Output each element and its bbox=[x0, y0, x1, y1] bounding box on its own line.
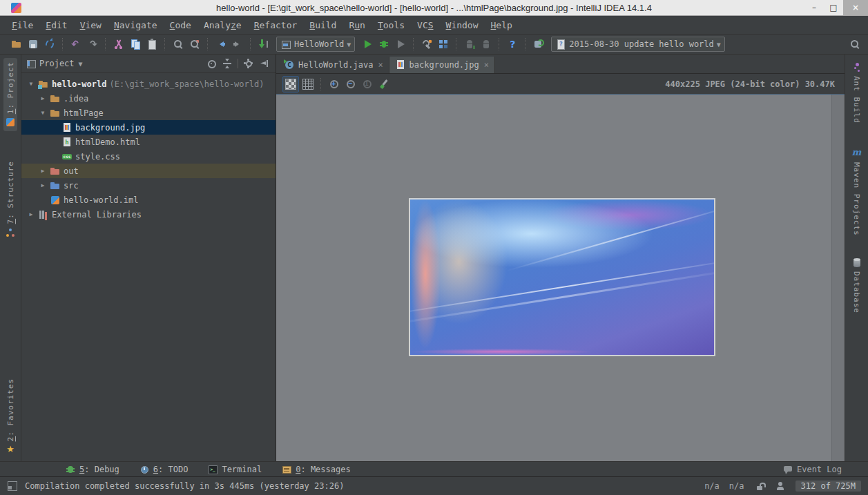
cut-button[interactable] bbox=[111, 37, 126, 52]
menu-refactor[interactable]: Refactor bbox=[248, 18, 304, 32]
tree-label: .idea bbox=[64, 94, 88, 104]
tab-helloworld-java[interactable]: HelloWorld.java× bbox=[278, 57, 389, 73]
locate-file-icon[interactable] bbox=[206, 58, 217, 69]
close-button[interactable]: × bbox=[843, 0, 868, 15]
tree-item-background-jpg[interactable]: background.jpg bbox=[21, 120, 276, 135]
debug-button[interactable] bbox=[376, 37, 392, 52]
close-icon[interactable]: × bbox=[378, 60, 383, 70]
menu-build[interactable]: Build bbox=[303, 18, 343, 32]
tool-button-6-todo[interactable]: 6: TODO bbox=[139, 464, 189, 475]
maximize-button[interactable]: □ bbox=[824, 0, 843, 15]
tool-button-5-debug[interactable]: 5: Debug bbox=[65, 464, 119, 475]
project-panel-title[interactable]: Project bbox=[39, 59, 75, 68]
sync-button[interactable] bbox=[42, 37, 57, 52]
copy-button[interactable] bbox=[128, 37, 143, 52]
menu-edit[interactable]: Edit bbox=[39, 18, 73, 32]
tree-item-hello-world[interactable]: ▼hello-world (E:\git_work_space\hello-wo… bbox=[21, 77, 276, 91]
collapsed-arrow-icon[interactable]: ▶ bbox=[27, 211, 35, 217]
android-button[interactable] bbox=[479, 37, 494, 52]
tree-item-idea[interactable]: ▶.idea bbox=[21, 91, 276, 106]
menu-label: VCS bbox=[417, 20, 433, 30]
tree-item-htmldemo-html[interactable]: htmlDemo.html bbox=[21, 135, 276, 149]
collapse-all-icon[interactable] bbox=[222, 58, 233, 69]
zoom-in-button[interactable] bbox=[327, 77, 342, 92]
menu-vcs[interactable]: VCS bbox=[411, 18, 439, 32]
collapsed-arrow-icon[interactable]: ▶ bbox=[39, 95, 47, 101]
search-everywhere-button[interactable] bbox=[847, 37, 862, 52]
run-button[interactable] bbox=[360, 37, 375, 52]
grid-button[interactable] bbox=[300, 77, 316, 92]
tool-button-1-project[interactable]: 1: Project bbox=[3, 58, 17, 131]
help-button[interactable] bbox=[505, 37, 520, 52]
coverage-button[interactable] bbox=[393, 37, 408, 52]
tree-item-hello-world-iml[interactable]: hello-world.iml bbox=[21, 193, 276, 207]
redo-button[interactable] bbox=[85, 37, 100, 52]
chevron-down-icon[interactable]: ▼ bbox=[79, 60, 83, 68]
chessboard-icon bbox=[285, 79, 296, 90]
tool-button-0-messages[interactable]: 0: Messages bbox=[281, 464, 350, 475]
close-icon[interactable]: × bbox=[484, 60, 489, 70]
tree-item-src[interactable]: ▶src bbox=[21, 178, 276, 193]
memory-indicator[interactable]: 312 of 725M bbox=[795, 481, 861, 492]
save-button[interactable] bbox=[26, 37, 41, 52]
save-sync-button[interactable] bbox=[531, 37, 546, 52]
menu-window[interactable]: Window bbox=[440, 18, 485, 32]
settings-button[interactable] bbox=[419, 37, 434, 52]
back-button[interactable] bbox=[213, 37, 229, 52]
expanded-arrow-icon[interactable]: ▼ bbox=[39, 110, 47, 116]
event-log-button[interactable]: Event Log bbox=[782, 464, 868, 475]
color-picker-button[interactable] bbox=[376, 77, 392, 92]
hide-panel-icon[interactable] bbox=[259, 58, 270, 69]
menu-analyze[interactable]: Analyze bbox=[197, 18, 248, 32]
zoom-out-button[interactable] bbox=[343, 77, 358, 92]
tool-button-7-structure[interactable]: 7: Structure bbox=[3, 157, 17, 241]
menu-label: File bbox=[12, 20, 33, 30]
menu-file[interactable]: File bbox=[6, 18, 39, 32]
tree-label: background.jpg bbox=[75, 123, 145, 133]
tool-button-maven-projects[interactable]: Maven Projects bbox=[850, 145, 864, 240]
menu-help[interactable]: Help bbox=[485, 18, 519, 32]
module-badge-icon bbox=[38, 85, 42, 89]
menu-label: Run bbox=[349, 20, 365, 30]
android-sync-button[interactable] bbox=[462, 37, 477, 52]
tree-item-out[interactable]: ▶out bbox=[21, 164, 276, 178]
find-button[interactable] bbox=[171, 37, 186, 52]
menu-tools[interactable]: Tools bbox=[372, 18, 411, 32]
replace-button[interactable] bbox=[187, 37, 202, 52]
tree-item-style-css[interactable]: style.css bbox=[21, 149, 276, 164]
run-configuration-combo[interactable]: HelloWorld▼ bbox=[276, 37, 355, 52]
menu-navigate[interactable]: Navigate bbox=[108, 18, 164, 32]
expanded-arrow-icon[interactable]: ▼ bbox=[27, 81, 35, 87]
menu-run[interactable]: Run bbox=[343, 18, 371, 32]
toggle-toolwindows-icon[interactable] bbox=[7, 481, 18, 492]
vcs-message-combo[interactable]: 2015-08-30 update hello world▼ bbox=[551, 37, 725, 52]
collapsed-arrow-icon[interactable]: ▶ bbox=[39, 168, 47, 174]
chessboard-button[interactable] bbox=[282, 76, 299, 93]
gear-icon[interactable] bbox=[243, 58, 254, 69]
menu-code[interactable]: Code bbox=[164, 18, 197, 32]
undo-button[interactable] bbox=[68, 37, 84, 52]
tool-button-database[interactable]: Database bbox=[850, 254, 864, 317]
image-preview[interactable] bbox=[409, 198, 715, 356]
paste-button[interactable] bbox=[144, 37, 160, 52]
menu-view[interactable]: View bbox=[74, 18, 108, 32]
tool-button-terminal[interactable]: Terminal bbox=[207, 464, 262, 475]
forward-button[interactable] bbox=[230, 37, 245, 52]
compile-button[interactable] bbox=[256, 37, 271, 52]
viewer-scrollbar[interactable] bbox=[831, 95, 845, 461]
minimize-button[interactable]: – bbox=[804, 0, 824, 15]
project-structure-button[interactable] bbox=[436, 37, 451, 52]
zoom-actual-button[interactable] bbox=[360, 77, 375, 92]
open-button[interactable] bbox=[9, 37, 24, 52]
tree-item-htmlpage[interactable]: ▼htmlPage bbox=[21, 106, 276, 120]
tool-button-2-favorites[interactable]: 2: Favorites bbox=[3, 375, 17, 458]
tab-background-jpg[interactable]: background.jpg× bbox=[389, 57, 495, 73]
hector-inspector-icon[interactable] bbox=[775, 481, 786, 492]
toolbar-separator bbox=[207, 38, 209, 50]
unlock-icon[interactable] bbox=[754, 481, 765, 492]
tree-label: style.css bbox=[75, 152, 120, 162]
tree-item-external-libraries[interactable]: ▶External Libraries bbox=[21, 207, 276, 222]
tool-button-ant-build[interactable]: Ant Build bbox=[850, 59, 864, 127]
stripe-label: Database bbox=[852, 271, 861, 313]
collapsed-arrow-icon[interactable]: ▶ bbox=[39, 182, 47, 188]
